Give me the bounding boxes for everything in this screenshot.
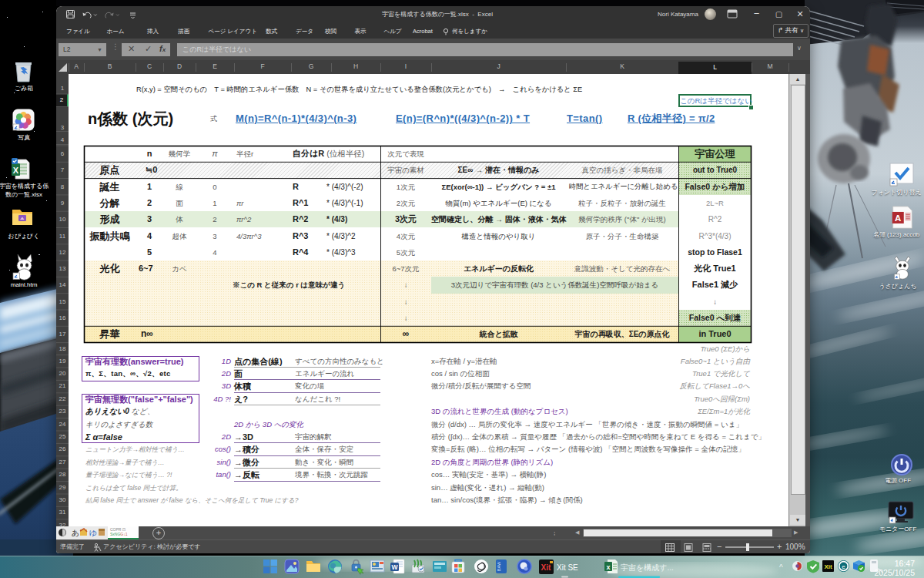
svg-text:ゆ: ゆ	[89, 529, 97, 537]
svg-text:宇宙を構成す...: 宇宙を構成す...	[621, 563, 674, 572]
svg-text:BAW: BAW	[497, 561, 501, 571]
svg-text:Xit SE: Xit SE	[557, 563, 578, 572]
svg-text:A: A	[895, 213, 901, 223]
svg-text:16:47: 16:47	[895, 559, 915, 568]
svg-text:2025/10/25: 2025/10/25	[874, 568, 915, 577]
svg-text:x: x	[606, 563, 610, 571]
svg-text:あ: あ	[72, 529, 79, 537]
svg-text:X: X	[13, 166, 19, 175]
svg-text:Xit: Xit	[824, 563, 832, 570]
svg-text:Xit: Xit	[541, 563, 551, 572]
svg-text:W: W	[391, 563, 398, 571]
svg-text:^: ^	[779, 563, 783, 572]
svg-text:e: e	[842, 563, 845, 570]
